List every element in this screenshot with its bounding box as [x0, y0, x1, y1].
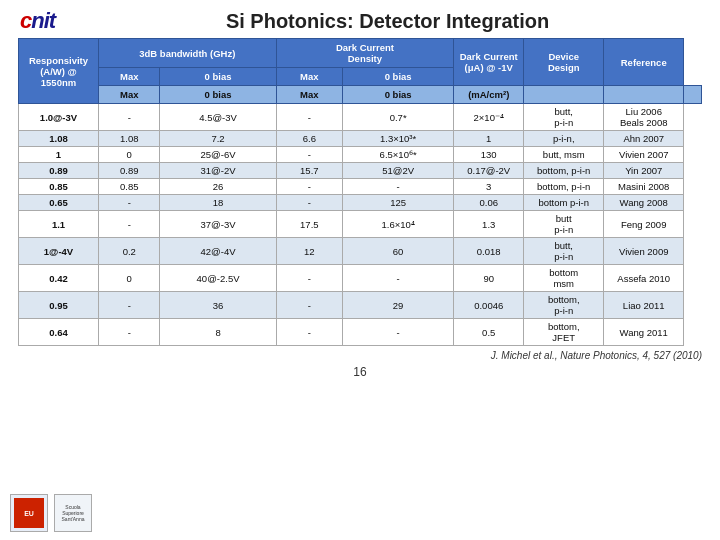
table-cell: -: [343, 179, 454, 195]
table-cell: 130: [454, 147, 524, 163]
table-cell: 8: [160, 319, 276, 346]
sub-col-unit: (mA/cm²): [454, 86, 524, 104]
table-cell: 1.6×10⁴: [343, 211, 454, 238]
table-cell: 1.1: [19, 211, 99, 238]
table-cell: Liu 2006 Beals 2008: [604, 104, 684, 131]
table-cell: 4.5@-3V: [160, 104, 276, 131]
table-cell: butt, msm: [524, 147, 604, 163]
table-cell: Liao 2011: [604, 292, 684, 319]
table-cell: -: [99, 195, 160, 211]
sub-col-dc-0bias: 0 bias: [343, 68, 454, 86]
table-cell: 26: [160, 179, 276, 195]
table-cell: Vivien 2009: [604, 238, 684, 265]
table-cell: 0.89: [19, 163, 99, 179]
table-cell: 36: [160, 292, 276, 319]
sub-col-empty2: [604, 86, 684, 104]
table-cell: 29: [343, 292, 454, 319]
table-cell: 42@-4V: [160, 238, 276, 265]
col-header-dark-current: Dark Current Density: [276, 39, 454, 68]
table-cell: 90: [454, 265, 524, 292]
citation: J. Michel et al., Nature Photonics, 4, 5…: [0, 346, 720, 363]
table-cell: 0: [99, 147, 160, 163]
table-cell: bottom p-i-n: [524, 195, 604, 211]
main-content: Responsivity (A/W) @ 1550nm 3dB bandwidt…: [0, 38, 720, 346]
table-cell: 0.0046: [454, 292, 524, 319]
table-cell: -: [276, 292, 342, 319]
table-cell: 1.0@-3V: [19, 104, 99, 131]
bottom-logo-2: Scuola Superiore Sant'Anna: [54, 494, 92, 532]
col-header-responsivity: Responsivity (A/W) @ 1550nm: [19, 39, 99, 104]
table-cell: Vivien 2007: [604, 147, 684, 163]
table-cell: Yin 2007: [604, 163, 684, 179]
table-cell: 15.7: [276, 163, 342, 179]
sub-col-empty3: [684, 86, 702, 104]
table-cell: 0.85: [19, 179, 99, 195]
table-cell: 0.2: [99, 238, 160, 265]
table-cell: 0.42: [19, 265, 99, 292]
table-cell: 0.7*: [343, 104, 454, 131]
table-cell: -: [343, 319, 454, 346]
table-cell: -: [99, 211, 160, 238]
table-cell: 0.06: [454, 195, 524, 211]
sub-col-bw-max: Max: [99, 68, 160, 86]
sub-col-bw-0bias: 0 bias: [160, 68, 276, 86]
logo: cnit: [20, 8, 55, 34]
table-row: 1.0@-3V-4.5@-3V-0.7*2×10⁻⁴butt, p-i-nLiu…: [19, 104, 702, 131]
table-cell: butt, p-i-n: [524, 238, 604, 265]
table-cell: 40@-2.5V: [160, 265, 276, 292]
table-cell: 0: [99, 265, 160, 292]
table-cell: butt, p-i-n: [524, 104, 604, 131]
table-cell: -: [99, 319, 160, 346]
sub-col-resp-0bias: 0 bias: [160, 86, 276, 104]
table-cell: -: [343, 265, 454, 292]
table-row: 1.081.087.26.61.3×10³*1p-i-n,Ahn 2007: [19, 131, 702, 147]
col-header-bandwidth: 3dB bandwidth (GHz): [99, 39, 277, 68]
table-cell: 25@-6V: [160, 147, 276, 163]
table-cell: Assefa 2010: [604, 265, 684, 292]
table-cell: 0.64: [19, 319, 99, 346]
table-cell: -: [99, 104, 160, 131]
table-cell: bottom, JFET: [524, 319, 604, 346]
table-row: 0.95-36-290.0046bottom, p-i-nLiao 2011: [19, 292, 702, 319]
table-cell: 1: [454, 131, 524, 147]
table-cell: butt p-i-n: [524, 211, 604, 238]
bottom-logo-1: EU: [10, 494, 48, 532]
table-cell: 0.018: [454, 238, 524, 265]
table-row: 1@-4V0.242@-4V12600.018butt, p-i-nVivien…: [19, 238, 702, 265]
table-row: 0.65-18-1250.06bottom p-i-nWang 2008: [19, 195, 702, 211]
table-cell: Wang 2008: [604, 195, 684, 211]
table-row: 0.42040@-2.5V--90bottom msmAssefa 2010: [19, 265, 702, 292]
col-header-reference: Reference: [604, 39, 684, 86]
table-cell: bottom msm: [524, 265, 604, 292]
table-cell: 1.08: [99, 131, 160, 147]
table-cell: 12: [276, 238, 342, 265]
table-cell: -: [276, 147, 342, 163]
table-cell: 0.17@-2V: [454, 163, 524, 179]
table-cell: bottom, p-i-n: [524, 163, 604, 179]
table-cell: bottom, p-i-n: [524, 179, 604, 195]
table-cell: 51@2V: [343, 163, 454, 179]
table-cell: 31@-2V: [160, 163, 276, 179]
svg-text:Sant'Anna: Sant'Anna: [62, 516, 85, 522]
table-cell: 6.6: [276, 131, 342, 147]
table-cell: Ahn 2007: [604, 131, 684, 147]
table-cell: p-i-n,: [524, 131, 604, 147]
table-cell: 37@-3V: [160, 211, 276, 238]
table-cell: Feng 2009: [604, 211, 684, 238]
table-cell: -: [99, 292, 160, 319]
table-cell: 60: [343, 238, 454, 265]
bottom-logos: EU Scuola Superiore Sant'Anna: [10, 494, 92, 532]
col-header-dark-current2: Dark Current (μA) @ -1V: [454, 39, 524, 86]
svg-text:EU: EU: [24, 510, 34, 517]
sub-col-empty1: [524, 86, 604, 104]
table-cell: 0.95: [19, 292, 99, 319]
table-cell: 6.5×10⁶*: [343, 147, 454, 163]
table-cell: Wang 2011: [604, 319, 684, 346]
table-cell: 1.3: [454, 211, 524, 238]
table-row: 0.850.8526--3bottom, p-i-nMasini 2008: [19, 179, 702, 195]
table-cell: 0.5: [454, 319, 524, 346]
table-row: 1025@-6V-6.5×10⁶*130butt, msmVivien 2007: [19, 147, 702, 163]
table-cell: -: [276, 179, 342, 195]
data-table: Responsivity (A/W) @ 1550nm 3dB bandwidt…: [18, 38, 702, 346]
table-cell: -: [276, 319, 342, 346]
